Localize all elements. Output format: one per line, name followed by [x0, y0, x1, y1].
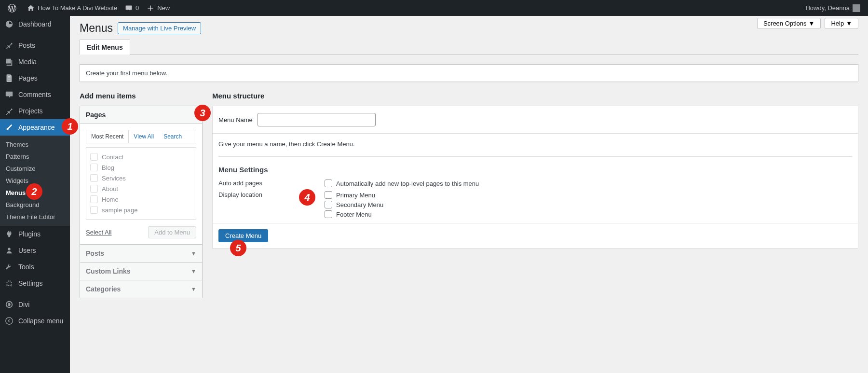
sidebar-item-label: Plugins	[18, 230, 41, 238]
dashboard-icon	[5, 20, 14, 28]
avatar	[853, 4, 860, 12]
add-items-heading: Add menu items	[80, 92, 203, 100]
pin-icon	[5, 107, 14, 115]
add-to-menu-button[interactable]: Add to Menu	[148, 226, 196, 238]
site-title: How To Make A Divi Website	[38, 4, 117, 12]
submenu-themes[interactable]: Themes	[0, 138, 70, 151]
sidebar-item-projects[interactable]: Projects	[0, 103, 70, 119]
home-icon	[27, 4, 35, 12]
submenu-theme-file-editor[interactable]: Theme File Editor	[0, 211, 70, 223]
location-option[interactable]: Primary Menu	[325, 191, 383, 199]
submenu-background[interactable]: Background	[0, 199, 70, 211]
brush-icon	[5, 123, 14, 132]
annotation-badge-3: 3	[194, 105, 211, 121]
menu-name-input[interactable]	[258, 113, 376, 126]
auto-add-checkbox[interactable]	[325, 180, 332, 187]
menu-structure-panel: Menu Name Give your menu a name, then cl…	[212, 106, 858, 249]
page-option[interactable]: Blog	[90, 162, 192, 173]
create-menu-button[interactable]: Create Menu	[218, 229, 268, 242]
tab-search[interactable]: Search	[159, 130, 187, 143]
howdy-text: Howdy, Deanna	[805, 4, 850, 12]
screen-options-button[interactable]: Screen Options ▼	[757, 18, 821, 29]
sidebar-item-label: Appearance	[18, 124, 55, 131]
annotation-badge-1: 1	[62, 118, 78, 135]
page-checkbox[interactable]	[90, 174, 98, 182]
page-checkbox[interactable]	[90, 164, 98, 171]
site-name-link[interactable]: How To Make A Divi Website	[23, 0, 121, 16]
account-link[interactable]: Howdy, Deanna	[801, 0, 864, 16]
page-option[interactable]: Contact	[90, 152, 192, 162]
plus-icon	[147, 4, 154, 12]
wrench-icon	[5, 262, 14, 271]
accordion-pages-header[interactable]: Pages 3	[80, 106, 202, 124]
tab-edit-menus[interactable]: Edit Menus	[80, 40, 130, 55]
new-label: New	[157, 4, 170, 12]
menu-name-label: Menu Name	[218, 116, 253, 124]
chevron-down-icon: ▼	[191, 250, 196, 256]
page-checkbox[interactable]	[90, 195, 98, 203]
chevron-down-icon: ▼	[809, 20, 815, 27]
live-preview-button[interactable]: Manage with Live Preview	[118, 22, 201, 34]
sidebar-item-label: Dashboard	[18, 20, 52, 28]
annotation-badge-4: 4	[299, 189, 315, 206]
sidebar-item-tools[interactable]: Tools	[0, 259, 70, 275]
sidebar-item-label: Comments	[18, 91, 51, 98]
sidebar-item-settings[interactable]: Settings	[0, 275, 70, 291]
page-checkbox[interactable]	[90, 153, 98, 161]
menu-instruction: Give your menu a name, then click Create…	[218, 140, 852, 157]
plugin-icon	[5, 230, 14, 238]
sidebar-item-label: Media	[18, 58, 37, 66]
location-option[interactable]: Secondary Menu	[325, 201, 383, 208]
tab-view-all[interactable]: View All	[129, 130, 159, 143]
sidebar-collapse[interactable]: Collapse menu	[0, 313, 70, 329]
sidebar-item-label: Projects	[18, 107, 43, 115]
help-button[interactable]: Help ▼	[825, 18, 858, 29]
sidebar-item-dashboard[interactable]: Dashboard	[0, 16, 70, 32]
submenu-patterns[interactable]: Patterns	[0, 151, 70, 163]
sidebar-item-media[interactable]: Media	[0, 54, 70, 70]
accordion-custom-links-header[interactable]: Custom Links▼	[80, 262, 202, 280]
page-checkbox[interactable]	[90, 206, 98, 214]
wp-logo[interactable]	[4, 0, 23, 16]
page-option[interactable]: About	[90, 183, 192, 194]
sidebar-item-divi[interactable]: Divi	[0, 296, 70, 313]
sidebar-item-label: Posts	[18, 41, 35, 49]
accordion-categories-header[interactable]: Categories▼	[80, 280, 202, 298]
sidebar-item-comments[interactable]: Comments	[0, 86, 70, 103]
sidebar-item-pages[interactable]: Pages	[0, 70, 70, 86]
sidebar-item-posts[interactable]: Posts	[0, 37, 70, 54]
page-option[interactable]: Services	[90, 173, 192, 183]
admin-bar: How To Make A Divi Website 0 New Howdy, …	[0, 0, 868, 16]
page-checkbox[interactable]	[90, 185, 98, 193]
page-title: Menus	[80, 22, 113, 35]
tab-most-recent[interactable]: Most Recent	[86, 130, 129, 143]
comments-link[interactable]: 0	[121, 0, 143, 16]
new-content-link[interactable]: New	[143, 0, 174, 16]
chevron-down-icon: ▼	[846, 20, 852, 27]
location-option[interactable]: Footer Menu	[325, 210, 383, 218]
sidebar-item-label: Users	[18, 247, 36, 254]
comment-icon	[5, 90, 14, 99]
sidebar-item-plugins[interactable]: Plugins	[0, 226, 70, 242]
submenu-menus[interactable]: Menus 2	[0, 187, 70, 199]
main-content: Screen Options ▼ Help ▼ Menus Manage wit…	[70, 16, 868, 373]
pages-checklist: Contact Blog Services About Home sample …	[86, 147, 196, 220]
page-option[interactable]: Home	[90, 194, 192, 205]
auto-add-option[interactable]: Automatically add new top-level pages to…	[325, 180, 479, 187]
location-checkbox[interactable]	[325, 191, 332, 199]
accordion-pages-body: Most Recent View All Search Contact Blog…	[80, 124, 202, 244]
comment-icon	[125, 4, 133, 12]
sidebar-item-appearance[interactable]: Appearance 1	[0, 119, 70, 136]
sidebar-item-users[interactable]: Users	[0, 242, 70, 259]
sidebar-item-label: Pages	[18, 74, 38, 82]
sidebar-item-label: Tools	[18, 263, 34, 271]
page-option[interactable]: sample page	[90, 205, 192, 215]
annotation-badge-2: 2	[26, 183, 42, 200]
select-all-link[interactable]: Select All	[86, 229, 111, 236]
accordion-posts-header[interactable]: Posts▼	[80, 244, 202, 262]
submenu-customize[interactable]: Customize	[0, 163, 70, 175]
location-checkbox[interactable]	[325, 210, 332, 218]
location-checkbox[interactable]	[325, 201, 332, 208]
sidebar-item-label: Settings	[18, 279, 43, 287]
divi-icon	[5, 300, 14, 309]
